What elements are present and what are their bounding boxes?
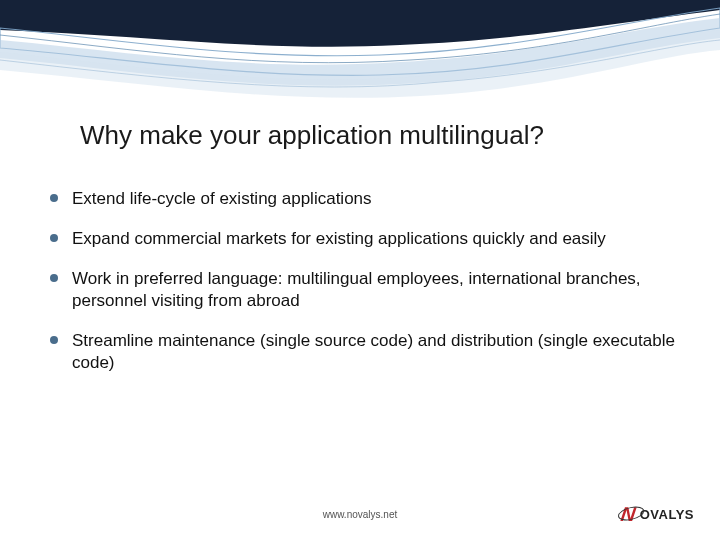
bullet-item: Extend life-cycle of existing applicatio… — [48, 188, 690, 210]
logo-mark: N — [620, 503, 637, 526]
bullet-item: Expand commercial markets for existing a… — [48, 228, 690, 250]
footer-url: www.novalys.net — [0, 509, 720, 520]
bullet-item: Work in preferred language: multilingual… — [48, 268, 690, 312]
slide: Why make your application multilingual? … — [0, 0, 720, 540]
wave-graphic — [0, 0, 720, 110]
slide-title: Why make your application multilingual? — [80, 120, 544, 151]
novalys-logo: N OVALYS — [621, 503, 694, 526]
decorative-wave-banner — [0, 0, 720, 110]
bullet-list: Extend life-cycle of existing applicatio… — [48, 188, 690, 393]
bullet-item: Streamline maintenance (single source co… — [48, 330, 690, 374]
logo-text: OVALYS — [640, 507, 694, 522]
